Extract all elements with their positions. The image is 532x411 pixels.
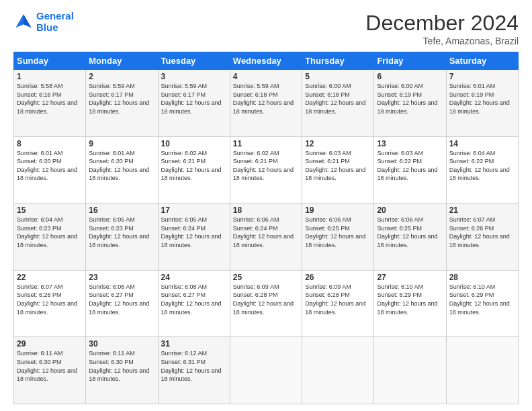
- day-cell-21: 21Sunrise: 6:07 AMSunset: 6:26 PMDayligh…: [446, 203, 518, 271]
- location: Tefe, Amazonas, Brazil: [365, 36, 519, 46]
- day-number: 5: [305, 72, 371, 81]
- day-cell-6: 6Sunrise: 6:00 AMSunset: 6:19 PMDaylight…: [374, 70, 446, 137]
- weekday-header-wednesday: Wednesday: [230, 52, 302, 70]
- day-info: Sunrise: 6:00 AMSunset: 6:19 PMDaylight:…: [377, 82, 443, 116]
- day-info: Sunrise: 6:11 AMSunset: 6:30 PMDaylight:…: [89, 349, 154, 383]
- day-cell-23: 23Sunrise: 6:08 AMSunset: 6:27 PMDayligh…: [86, 270, 158, 337]
- day-info: Sunrise: 5:59 AMSunset: 6:17 PMDaylight:…: [89, 82, 154, 116]
- day-info: Sunrise: 5:58 AMSunset: 6:16 PMDaylight:…: [17, 82, 83, 116]
- day-number: 14: [449, 139, 515, 148]
- day-cell-9: 9Sunrise: 6:01 AMSunset: 6:20 PMDaylight…: [86, 136, 158, 203]
- day-number: 18: [233, 205, 299, 215]
- day-info: Sunrise: 6:06 AMSunset: 6:25 PMDaylight:…: [305, 216, 371, 249]
- day-number: 25: [233, 273, 299, 282]
- day-number: 10: [161, 139, 227, 148]
- day-cell-16: 16Sunrise: 6:05 AMSunset: 6:23 PMDayligh…: [86, 203, 158, 271]
- day-cell-11: 11Sunrise: 6:02 AMSunset: 6:21 PMDayligh…: [230, 136, 302, 203]
- day-info: Sunrise: 6:04 AMSunset: 6:22 PMDaylight:…: [449, 149, 515, 183]
- day-number: 12: [305, 139, 371, 148]
- day-info: Sunrise: 6:08 AMSunset: 6:27 PMDaylight:…: [89, 283, 154, 316]
- day-cell-27: 27Sunrise: 6:10 AMSunset: 6:29 PMDayligh…: [374, 270, 446, 337]
- day-info: Sunrise: 6:06 AMSunset: 6:25 PMDaylight:…: [377, 216, 443, 249]
- day-number: 23: [89, 273, 154, 282]
- day-info: Sunrise: 6:06 AMSunset: 6:24 PMDaylight:…: [233, 216, 299, 249]
- day-info: Sunrise: 6:09 AMSunset: 6:28 PMDaylight:…: [233, 283, 299, 316]
- day-cell-7: 7Sunrise: 6:01 AMSunset: 6:19 PMDaylight…: [446, 70, 518, 137]
- day-number: 4: [233, 72, 299, 81]
- day-number: 3: [161, 72, 227, 81]
- day-info: Sunrise: 5:59 AMSunset: 6:18 PMDaylight:…: [233, 82, 299, 116]
- day-info: Sunrise: 6:02 AMSunset: 6:21 PMDaylight:…: [161, 149, 227, 183]
- day-info: Sunrise: 6:05 AMSunset: 6:24 PMDaylight:…: [161, 216, 227, 249]
- day-number: 15: [17, 205, 83, 215]
- day-cell-31: 31Sunrise: 6:12 AMSunset: 6:31 PMDayligh…: [158, 337, 230, 404]
- weekday-header-saturday: Saturday: [446, 52, 518, 70]
- day-cell-30: 30Sunrise: 6:11 AMSunset: 6:30 PMDayligh…: [86, 337, 158, 404]
- day-info: Sunrise: 6:10 AMSunset: 6:29 PMDaylight:…: [377, 283, 443, 316]
- day-number: 11: [233, 139, 299, 148]
- day-number: 16: [89, 205, 154, 215]
- day-cell-17: 17Sunrise: 6:05 AMSunset: 6:24 PMDayligh…: [158, 203, 230, 271]
- weekday-header-thursday: Thursday: [302, 52, 374, 70]
- week-row-3: 15Sunrise: 6:04 AMSunset: 6:23 PMDayligh…: [14, 203, 519, 271]
- empty-cell: [374, 337, 446, 404]
- day-cell-2: 2Sunrise: 5:59 AMSunset: 6:17 PMDaylight…: [86, 70, 158, 137]
- week-row-2: 8Sunrise: 6:01 AMSunset: 6:20 PMDaylight…: [14, 136, 519, 203]
- day-info: Sunrise: 6:01 AMSunset: 6:20 PMDaylight:…: [89, 149, 154, 183]
- day-cell-15: 15Sunrise: 6:04 AMSunset: 6:23 PMDayligh…: [14, 203, 86, 271]
- day-number: 17: [161, 205, 227, 215]
- logo: General Blue: [13, 11, 74, 33]
- day-info: Sunrise: 6:00 AMSunset: 6:18 PMDaylight:…: [305, 82, 371, 116]
- day-number: 26: [305, 273, 371, 282]
- day-info: Sunrise: 6:12 AMSunset: 6:31 PMDaylight:…: [161, 349, 227, 383]
- day-number: 6: [377, 72, 443, 81]
- day-cell-10: 10Sunrise: 6:02 AMSunset: 6:21 PMDayligh…: [158, 136, 230, 203]
- day-info: Sunrise: 6:03 AMSunset: 6:21 PMDaylight:…: [305, 149, 371, 183]
- weekday-header-tuesday: Tuesday: [158, 52, 230, 70]
- day-cell-19: 19Sunrise: 6:06 AMSunset: 6:25 PMDayligh…: [302, 203, 374, 271]
- week-row-5: 29Sunrise: 6:11 AMSunset: 6:30 PMDayligh…: [14, 337, 519, 404]
- day-cell-29: 29Sunrise: 6:11 AMSunset: 6:30 PMDayligh…: [14, 337, 86, 404]
- day-info: Sunrise: 6:01 AMSunset: 6:19 PMDaylight:…: [449, 82, 515, 116]
- day-info: Sunrise: 6:04 AMSunset: 6:23 PMDaylight:…: [17, 216, 83, 249]
- day-info: Sunrise: 6:11 AMSunset: 6:30 PMDaylight:…: [17, 349, 83, 383]
- day-number: 21: [449, 205, 515, 215]
- day-number: 20: [377, 205, 443, 215]
- header: General Blue December 2024 Tefe, Amazona…: [13, 11, 519, 46]
- logo-icon: [13, 12, 34, 32]
- week-row-4: 22Sunrise: 6:07 AMSunset: 6:26 PMDayligh…: [14, 270, 519, 337]
- day-number: 9: [89, 139, 154, 148]
- month-title: December 2024: [365, 11, 519, 36]
- day-number: 1: [17, 72, 83, 81]
- day-number: 30: [89, 339, 154, 349]
- day-info: Sunrise: 5:59 AMSunset: 6:17 PMDaylight:…: [161, 82, 227, 116]
- day-cell-28: 28Sunrise: 6:10 AMSunset: 6:29 PMDayligh…: [446, 270, 518, 337]
- day-info: Sunrise: 6:05 AMSunset: 6:23 PMDaylight:…: [89, 216, 154, 249]
- empty-cell: [446, 337, 518, 404]
- day-info: Sunrise: 6:07 AMSunset: 6:26 PMDaylight:…: [17, 283, 83, 316]
- empty-cell: [230, 337, 302, 404]
- day-cell-20: 20Sunrise: 6:06 AMSunset: 6:25 PMDayligh…: [374, 203, 446, 271]
- day-info: Sunrise: 6:10 AMSunset: 6:29 PMDaylight:…: [449, 283, 515, 316]
- day-cell-8: 8Sunrise: 6:01 AMSunset: 6:20 PMDaylight…: [14, 136, 86, 203]
- day-number: 31: [161, 339, 227, 349]
- day-number: 28: [449, 273, 515, 282]
- page: General Blue December 2024 Tefe, Amazona…: [0, 0, 532, 411]
- day-number: 24: [161, 273, 227, 282]
- day-number: 22: [17, 273, 83, 282]
- day-cell-12: 12Sunrise: 6:03 AMSunset: 6:21 PMDayligh…: [302, 136, 374, 203]
- day-number: 29: [17, 339, 83, 349]
- day-cell-14: 14Sunrise: 6:04 AMSunset: 6:22 PMDayligh…: [446, 136, 518, 203]
- day-info: Sunrise: 6:03 AMSunset: 6:22 PMDaylight:…: [377, 149, 443, 183]
- day-number: 2: [89, 72, 154, 81]
- day-cell-24: 24Sunrise: 6:08 AMSunset: 6:27 PMDayligh…: [158, 270, 230, 337]
- title-block: December 2024 Tefe, Amazonas, Brazil: [365, 11, 519, 46]
- day-info: Sunrise: 6:02 AMSunset: 6:21 PMDaylight:…: [233, 149, 299, 183]
- weekday-header-friday: Friday: [374, 52, 446, 70]
- empty-cell: [302, 337, 374, 404]
- day-cell-1: 1Sunrise: 5:58 AMSunset: 6:16 PMDaylight…: [14, 70, 86, 137]
- day-cell-25: 25Sunrise: 6:09 AMSunset: 6:28 PMDayligh…: [230, 270, 302, 337]
- day-cell-22: 22Sunrise: 6:07 AMSunset: 6:26 PMDayligh…: [14, 270, 86, 337]
- day-cell-18: 18Sunrise: 6:06 AMSunset: 6:24 PMDayligh…: [230, 203, 302, 271]
- day-number: 8: [17, 139, 83, 148]
